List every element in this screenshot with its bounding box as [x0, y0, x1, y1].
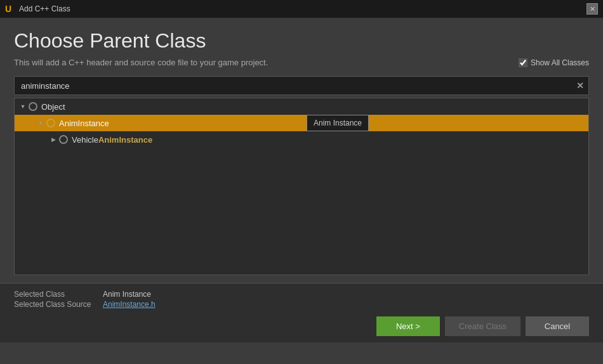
class-row-animinstance[interactable]: ▼ AnimInstance Anim Instance — [15, 115, 588, 131]
tooltip-animinstance: Anim Instance — [307, 115, 369, 131]
class-icon-vehicle — [59, 135, 68, 144]
class-icon-object — [29, 102, 37, 111]
show-all-checkbox[interactable] — [519, 58, 527, 67]
search-input[interactable] — [14, 76, 589, 95]
main-content: Choose Parent Class This will add a C++ … — [0, 18, 603, 283]
class-icon-animinstance — [46, 119, 55, 127]
class-name-animinstance: AnimInstance — [59, 119, 109, 128]
class-name-vehicleaniminstance: VehicleAnimInstance — [72, 135, 152, 145]
bottom-section: Selected Class Anim Instance Selected Cl… — [0, 283, 603, 342]
title-bar-title: Add C++ Class — [19, 4, 70, 13]
app-icon: U — [5, 4, 15, 14]
selected-class-label: Selected Class — [14, 290, 103, 299]
selected-info: Selected Class Anim Instance Selected Cl… — [14, 290, 589, 309]
subtitle-row: This will add a C++ header and source co… — [14, 58, 589, 67]
class-list[interactable]: ▼ Object ▼ AnimInstance Anim Instance ▶ … — [14, 98, 589, 275]
create-class-button: Create Class — [445, 316, 520, 336]
expand-arrow-vehicle: ▶ — [50, 136, 56, 143]
class-row-object[interactable]: ▼ Object — [15, 98, 588, 115]
expand-arrow-object: ▼ — [20, 103, 26, 110]
expand-arrow-animinstance: ▼ — [37, 120, 44, 126]
cancel-button[interactable]: Cancel — [526, 316, 589, 336]
close-button[interactable]: ✕ — [586, 3, 598, 15]
title-bar: U Add C++ Class ✕ — [0, 0, 603, 18]
show-all-classes[interactable]: Show All Classes — [519, 58, 589, 67]
page-title: Choose Parent Class — [14, 29, 589, 53]
subtitle-text: This will add a C++ header and source co… — [14, 58, 268, 67]
selected-source-value[interactable]: AnimInstance.h — [103, 300, 589, 309]
next-button[interactable]: Next > — [376, 316, 440, 336]
buttons-row: Next > Create Class Cancel — [14, 316, 589, 336]
title-bar-left: U Add C++ Class — [5, 4, 70, 14]
class-row-vehicleaniminstance[interactable]: ▶ VehicleAnimInstance — [15, 131, 588, 148]
class-name-highlight: AnimInstance — [98, 135, 152, 145]
search-clear-icon[interactable]: ✕ — [576, 81, 584, 91]
selected-class-value: Anim Instance — [103, 290, 589, 299]
show-all-label: Show All Classes — [531, 58, 589, 67]
search-bar-container: ✕ — [14, 76, 589, 95]
selected-source-label: Selected Class Source — [14, 300, 103, 309]
class-name-object: Object — [41, 102, 65, 112]
